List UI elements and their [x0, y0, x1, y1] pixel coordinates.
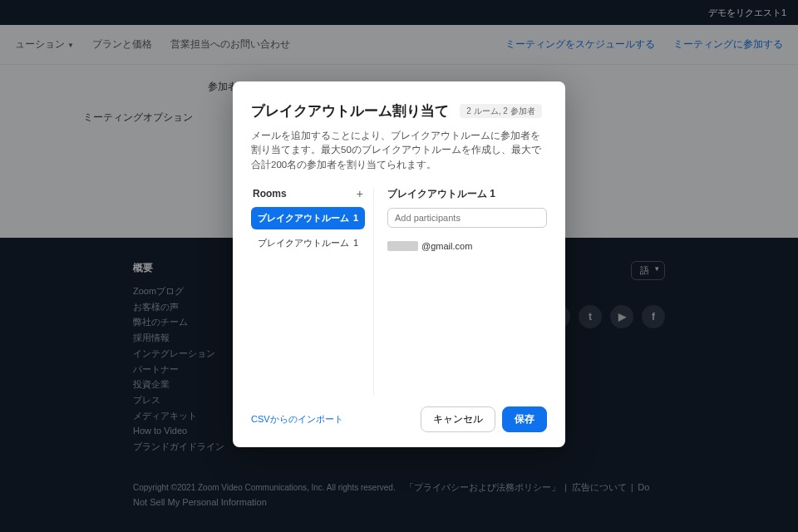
modal-description: メールを追加することにより、ブレイクアウトルームに参加者を割り当てます。最大50…: [251, 129, 547, 172]
room-item-1[interactable]: ブレイクアウトルーム1: [251, 207, 365, 229]
room-detail-title: ブレイクアウトルーム 1: [387, 187, 547, 201]
room-item-2[interactable]: ブレイクアウトルーム1: [251, 232, 365, 254]
save-button[interactable]: 保存: [502, 406, 547, 432]
rooms-header: Rooms: [253, 188, 287, 200]
breakout-room-modal: ブレイクアウトルーム割り当て 2 ルーム, 2 参加者 メールを追加することによ…: [233, 81, 565, 447]
participant-email: xxxxxx@gmail.com: [387, 241, 547, 251]
add-room-icon[interactable]: +: [357, 187, 363, 200]
add-participants-input[interactable]: [387, 208, 547, 228]
modal-title: ブレイクアウトルーム割り当て: [251, 101, 449, 121]
csv-import-link[interactable]: CSVからのインポート: [251, 413, 343, 426]
modal-badge: 2 ルーム, 2 参加者: [460, 104, 541, 118]
cancel-button[interactable]: キャンセル: [421, 406, 495, 432]
